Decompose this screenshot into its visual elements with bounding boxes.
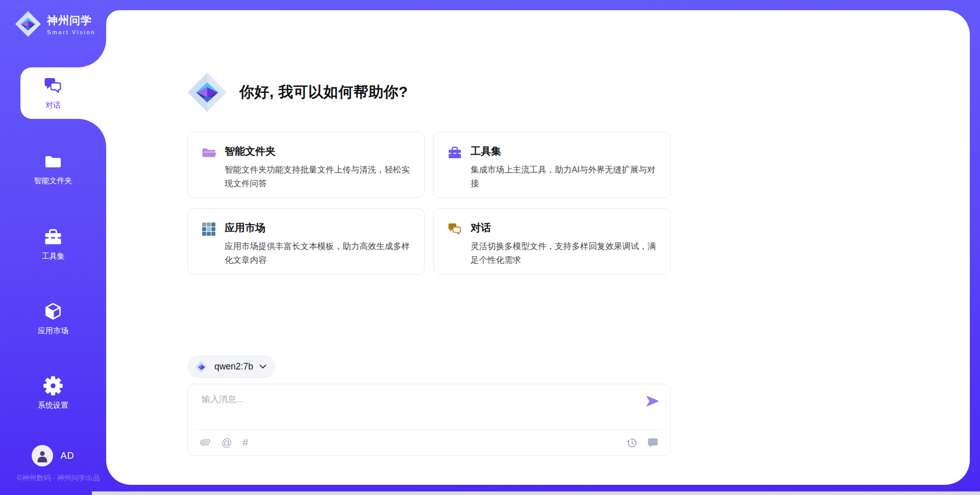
card-description: 智能文件夹功能支持批量文件上传与清洗，轻松实现文件问答	[225, 163, 413, 190]
feature-cards-grid: 智能文件夹 智能文件夹功能支持批量文件上传与清洗，轻松实现文件问答 工具集 集成…	[187, 132, 671, 275]
chat-bubbles-icon	[43, 76, 63, 96]
chat-bubbles-icon	[447, 221, 462, 237]
app-title: 神州问学	[47, 13, 95, 28]
card-smart-folder[interactable]: 智能文件夹 智能文件夹功能支持批量文件上传与清洗，轻松实现文件问答	[187, 132, 425, 198]
greeting-header: 你好, 我可以如何帮助你?	[186, 71, 408, 113]
sidebar-item-settings[interactable]: 系统设置	[0, 376, 106, 410]
sidebar-item-label: 工具集	[42, 252, 65, 261]
user-name: AD	[60, 451, 74, 461]
chevron-down-icon	[259, 364, 266, 369]
feedback-button[interactable]	[647, 437, 658, 448]
app-subtitle: Smart Vision	[47, 29, 95, 35]
paperclip-icon	[200, 437, 211, 448]
card-description: 灵活切换多模型文件，支持多样回复效果调试，满足个性化需求	[471, 239, 659, 267]
gem-diamond-icon	[14, 10, 42, 38]
toolbox-icon	[43, 227, 63, 247]
greeting-text: 你好, 我可以如何帮助你?	[239, 82, 408, 103]
message-input[interactable]	[201, 392, 642, 425]
viewport-bottom-strip	[92, 491, 980, 495]
tab-fillet-bottom	[78, 119, 106, 147]
composer-right-tools	[626, 437, 658, 449]
gear-icon	[43, 376, 63, 396]
composer-toolbar: @ #	[195, 429, 663, 455]
tab-fillet-top	[78, 39, 106, 67]
card-title: 应用市场	[225, 221, 413, 235]
sidebar-item-label: 系统设置	[38, 401, 68, 410]
history-button[interactable]	[626, 437, 638, 449]
user-profile[interactable]: AD	[0, 445, 106, 466]
card-toolset[interactable]: 工具集 集成市场上主流工具，助力AI与外界无缝扩展与对接	[433, 132, 671, 198]
cube-icon	[43, 301, 63, 321]
sidebar-item-chat[interactable]: 对话	[0, 76, 106, 110]
composer-attach-tools: @ #	[200, 437, 248, 448]
mention-button[interactable]: @	[222, 437, 232, 448]
sidebar-item-app-market[interactable]: 应用市场	[0, 301, 106, 336]
app-logo[interactable]: 神州问学 Smart Vision	[14, 10, 95, 38]
folder-open-icon	[201, 145, 216, 160]
gem-diamond-icon	[186, 71, 228, 113]
chat-square-icon	[647, 437, 658, 448]
apps-grid-icon	[201, 221, 216, 237]
folder-icon	[43, 151, 63, 171]
toolbox-icon	[447, 145, 462, 160]
history-icon	[626, 437, 638, 449]
card-title: 对话	[471, 221, 659, 235]
card-description: 集成市场上主流工具，助力AI与外界无缝扩展与对接	[471, 163, 659, 190]
card-app-market[interactable]: 应用市场 应用市场提供丰富长文本模板，助力高效生成多样化文章内容	[187, 208, 425, 275]
gem-diamond-icon	[195, 360, 208, 374]
topic-button[interactable]: #	[242, 437, 248, 448]
attach-file-button[interactable]	[200, 437, 211, 448]
sidebar-item-label: 对话	[45, 101, 61, 110]
card-chat[interactable]: 对话 灵活切换多模型文件，支持多样回复效果调试，满足个性化需求	[433, 208, 671, 275]
sidebar-item-label: 应用市场	[38, 326, 68, 336]
send-button[interactable]	[646, 394, 659, 408]
hash-icon: #	[242, 437, 248, 448]
sidebar-item-toolset[interactable]: 工具集	[0, 227, 106, 261]
model-selector[interactable]: qwen2:7b	[187, 355, 276, 378]
app-window: 神州问学 Smart Vision 对话 智能文件夹 工具集	[0, 0, 980, 495]
send-arrow-icon	[646, 394, 659, 408]
card-title: 工具集	[471, 144, 659, 158]
sidebar-item-smart-folder[interactable]: 智能文件夹	[0, 151, 106, 186]
card-description: 应用市场提供丰富长文本模板，助力高效生成多样化文章内容	[225, 239, 413, 267]
at-icon: @	[222, 437, 232, 448]
sidebar-item-label: 智能文件夹	[34, 176, 72, 186]
copyright-footer: ©神州数码 · 神州问学出品	[17, 474, 100, 483]
avatar	[32, 445, 53, 466]
model-name: qwen2:7b	[214, 361, 253, 372]
message-composer: @ #	[187, 384, 671, 456]
person-avatar-icon	[36, 449, 49, 462]
card-title: 智能文件夹	[225, 144, 413, 158]
